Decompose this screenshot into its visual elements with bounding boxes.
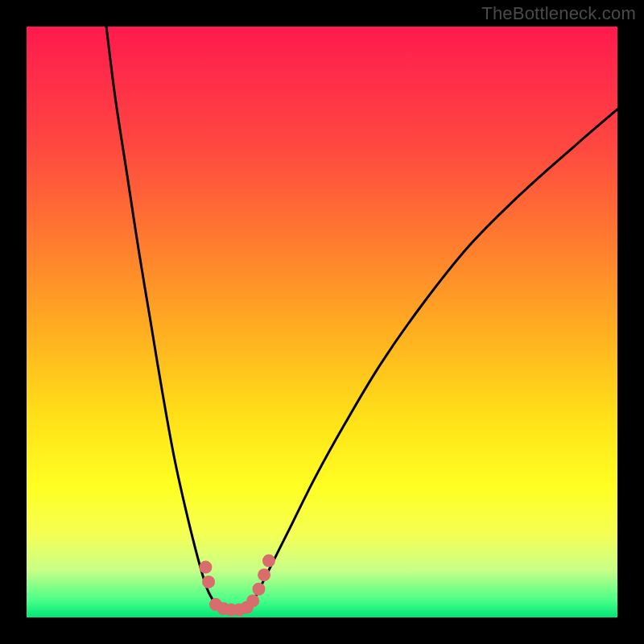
chart-svg (27, 27, 617, 617)
highlight-dot (258, 568, 270, 581)
highlight-dot (262, 555, 275, 568)
watermark-text: TheBottleneck.com (481, 3, 636, 24)
chart-frame: TheBottleneck.com (0, 0, 644, 644)
highlight-dot (199, 561, 212, 574)
highlight-dot (202, 576, 215, 588)
highlight-dot (246, 594, 259, 607)
marker-layer (199, 555, 275, 617)
curve-left-branch (106, 27, 213, 600)
highlight-dot (252, 583, 265, 596)
curve-layer (106, 27, 617, 611)
curve-right-branch (254, 109, 617, 600)
plot-area (27, 27, 617, 617)
